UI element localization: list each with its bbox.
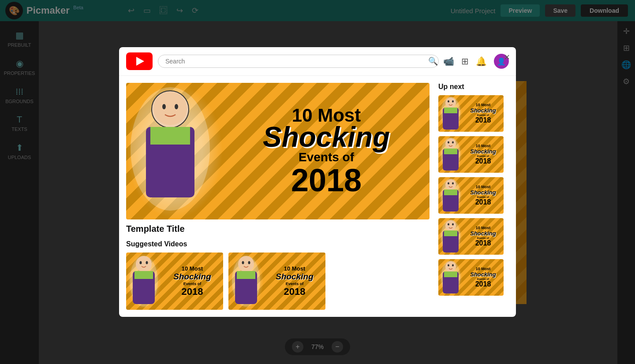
up-next-thumb-1[interactable]: 10 Most Shocking Events of 2018	[438, 95, 504, 132]
modal-body: 10 Most Shocking Events of 2018 Template…	[119, 76, 516, 317]
modal-close-button[interactable]: ×	[504, 52, 510, 63]
un-person-3	[438, 177, 463, 214]
svg-rect-3	[150, 127, 190, 145]
modal-overlay[interactable]: × 🔍 📹 ⊞ 🔔 👤	[0, 0, 635, 364]
svg-point-40	[448, 182, 449, 185]
main-text-line4: 2018	[291, 164, 362, 196]
play-icon	[136, 57, 144, 66]
apps-icon[interactable]: ⊞	[461, 56, 469, 67]
svg-point-20	[248, 261, 250, 264]
svg-rect-10	[134, 271, 153, 279]
un-text-2: 10 Most Shocking Events of 2018	[463, 136, 504, 173]
svg-point-18	[239, 256, 253, 271]
main-text-line2: Shocking	[263, 125, 390, 150]
suggested-thumb-2[interactable]: 10 Most Shocking Events of 2018	[228, 253, 325, 310]
svg-point-26	[448, 100, 449, 103]
svg-point-47	[448, 223, 449, 226]
up-next-thumb-2[interactable]: 10 Most Shocking Events of 2018	[438, 136, 504, 173]
svg-point-12	[139, 261, 142, 264]
svg-point-32	[446, 138, 456, 148]
svg-point-54	[448, 264, 449, 267]
svg-point-11	[137, 256, 151, 271]
svg-point-4	[153, 92, 187, 125]
template-title: Template Title	[126, 224, 430, 234]
svg-rect-45	[444, 230, 457, 236]
svg-point-46	[446, 220, 456, 230]
modal-right: Up next	[438, 83, 509, 310]
un-text-4: 10 Most Shocking Events of 2018	[463, 218, 504, 255]
sug-text-1: 10 Most Shocking Events of 2018	[161, 253, 223, 310]
svg-point-53	[446, 261, 456, 271]
youtube-logo	[126, 52, 153, 70]
svg-point-6	[175, 104, 178, 109]
un-person-5	[438, 259, 463, 296]
search-button[interactable]: 🔍	[428, 56, 438, 66]
svg-point-33	[448, 141, 449, 144]
svg-point-13	[146, 261, 148, 264]
svg-point-48	[452, 223, 454, 226]
main-thumb-text: 10 Most Shocking Events of 2018	[223, 99, 430, 203]
suggested-grid: 10 Most Shocking Events of 2018	[126, 253, 430, 310]
un-text-1: 10 Most Shocking Events of 2018	[463, 95, 504, 132]
up-next-thumb-3[interactable]: 10 Most Shocking Events of 2018	[438, 177, 504, 214]
up-next-thumb-4[interactable]: 10 Most Shocking Events of 2018	[438, 218, 504, 255]
sug-person-2	[228, 253, 264, 310]
svg-rect-38	[444, 189, 457, 195]
sug-text-2: 10 Most Shocking Events of 2018	[264, 253, 325, 310]
bell-icon[interactable]: 🔔	[476, 56, 487, 67]
svg-point-19	[242, 261, 244, 264]
main-text-line3: Events of	[299, 150, 354, 164]
yt-header-icons: 📹 ⊞ 🔔 👤	[443, 54, 509, 69]
modal-left: 10 Most Shocking Events of 2018 Template…	[126, 83, 430, 310]
un-text-5: 10 Most Shocking Events of 2018	[463, 259, 504, 296]
svg-rect-24	[444, 108, 457, 113]
main-thumbnail: 10 Most Shocking Events of 2018	[126, 83, 430, 219]
svg-point-27	[452, 100, 454, 103]
suggested-label: Suggested Videos	[126, 240, 430, 248]
svg-point-25	[446, 97, 456, 107]
un-text-3: 10 Most Shocking Events of 2018	[463, 177, 504, 214]
camera-icon[interactable]: 📹	[443, 56, 454, 67]
svg-point-41	[452, 182, 454, 185]
sug-person-1	[126, 253, 161, 310]
svg-rect-52	[444, 271, 457, 277]
svg-point-39	[446, 179, 456, 189]
suggested-thumb-1[interactable]: 10 Most Shocking Events of 2018	[126, 253, 223, 310]
up-next-label: Up next	[438, 83, 509, 91]
svg-point-34	[452, 141, 454, 144]
svg-point-55	[452, 264, 454, 267]
up-next-thumb-5[interactable]: 10 Most Shocking Events of 2018	[438, 259, 504, 296]
modal: × 🔍 📹 ⊞ 🔔 👤	[119, 47, 516, 317]
search-input[interactable]	[158, 55, 439, 68]
un-person-2	[438, 136, 463, 173]
svg-rect-17	[237, 271, 255, 279]
main-thumb-person	[126, 83, 223, 219]
svg-rect-31	[444, 149, 457, 154]
yt-header: 🔍 📹 ⊞ 🔔 👤	[119, 47, 516, 76]
svg-point-5	[162, 104, 166, 109]
un-person-1	[438, 95, 463, 132]
un-person-4	[438, 218, 463, 255]
